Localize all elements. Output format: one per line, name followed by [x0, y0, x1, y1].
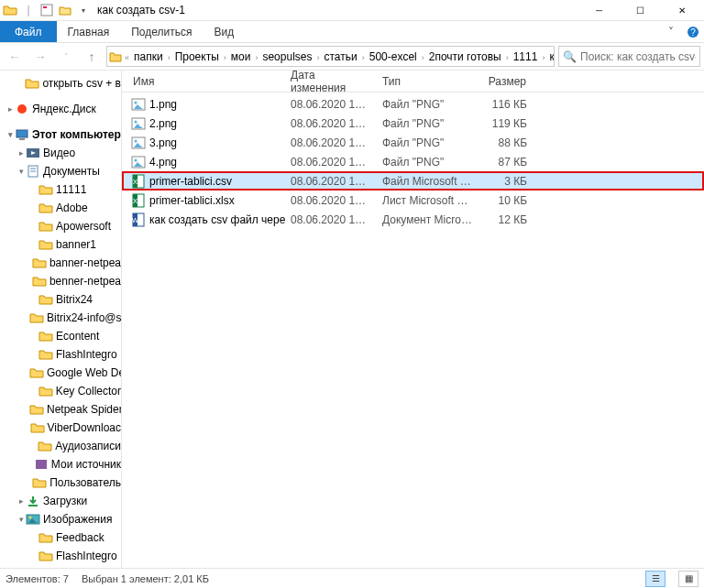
folder-icon [38, 384, 53, 398]
new-folder-icon[interactable] [57, 2, 73, 18]
tree-item[interactable]: Аудиозаписи [0, 437, 121, 455]
word-file-icon: W [131, 212, 146, 227]
tree-item[interactable]: ▾Этот компьютер [0, 125, 121, 144]
tree-item[interactable]: banner1 [0, 235, 121, 254]
tree-item[interactable]: ▸Загрузки [0, 492, 121, 510]
qat-sep: | [20, 2, 37, 18]
expand-icon[interactable]: ▸ [16, 496, 26, 506]
column-date[interactable]: Дата изменения [285, 71, 377, 94]
file-row[interactable]: Xprimer-tablici.csv08.06.2020 18:04Файл … [122, 171, 704, 191]
view-details-button[interactable]: ☰ [645, 571, 666, 587]
tab-view[interactable]: Вид [203, 21, 245, 42]
ribbon-expand-icon[interactable]: ˅ [660, 21, 682, 42]
breadcrumb-segment[interactable]: как создать csv-1 [545, 50, 555, 63]
breadcrumb-segment[interactable]: Проекты [171, 50, 223, 63]
file-list[interactable]: 1.png08.06.2020 17:55Файл "PNG"116 КБ2.p… [122, 93, 704, 568]
tab-home[interactable]: Главная [57, 21, 121, 42]
file-size: 12 КБ [478, 213, 533, 226]
maximize-button[interactable]: ☐ [620, 0, 661, 21]
properties-icon[interactable] [38, 2, 55, 18]
search-box[interactable]: 🔍 [558, 46, 700, 67]
file-date: 08.06.2020 17:55 [285, 117, 377, 130]
tree-item[interactable]: Econtent [0, 327, 121, 345]
breadcrumb-segment[interactable]: 1111 [510, 50, 542, 63]
nav-up-button[interactable]: ↑ [81, 46, 103, 68]
expand-icon[interactable]: ▾ [16, 515, 26, 524]
tree-item[interactable]: Google Web De [0, 364, 121, 382]
file-row[interactable]: Xprimer-tablici.xlsx08.06.2020 17:58Лист… [122, 191, 704, 210]
help-icon[interactable]: ? [682, 21, 704, 42]
view-large-icons-button[interactable]: ▦ [678, 571, 698, 587]
tree-item[interactable]: FlashIntegro [0, 345, 121, 364]
tree-item[interactable]: Пользователь [0, 474, 121, 492]
breadcrumb-segment[interactable]: 2почти готовы [425, 50, 505, 63]
tree-item[interactable]: benner-netpea [0, 272, 121, 290]
close-button[interactable]: ✕ [661, 0, 702, 21]
img-file-icon [131, 136, 146, 150]
folder-icon [29, 402, 44, 417]
breadcrumb-segment[interactable]: мои [227, 50, 255, 63]
tree-item[interactable]: открыть csv + в [0, 74, 121, 93]
file-row[interactable]: 4.png08.06.2020 18:04Файл "PNG"87 КБ [122, 152, 704, 171]
tree-item[interactable]: Netpeak Spider [0, 400, 121, 419]
tree-item[interactable]: ▸Видео [0, 144, 121, 162]
folder-icon [38, 219, 53, 234]
file-row[interactable]: 1.png08.06.2020 17:55Файл "PNG"116 КБ [122, 94, 704, 114]
tree-item[interactable]: Adobe [0, 199, 121, 217]
tree-item[interactable]: 11111 [0, 180, 121, 199]
crumb-sep[interactable]: › [361, 53, 366, 62]
breadcrumb-segment[interactable]: seopulses [258, 50, 315, 63]
tree-item[interactable]: Bitrix24-info@s [0, 309, 121, 327]
column-type[interactable]: Тип [377, 75, 478, 88]
tab-file[interactable]: Файл [0, 21, 57, 42]
column-size[interactable]: Размер [478, 75, 533, 88]
tree-item-label: Google Web De [47, 366, 121, 379]
tree-item-label: открыть csv + в [42, 77, 121, 90]
search-input[interactable] [580, 50, 696, 63]
tree-item[interactable]: Key Collector [0, 382, 121, 400]
nav-recent-dropdown[interactable]: ˅ [55, 46, 77, 68]
tree-item[interactable]: ViberDownloac [0, 419, 121, 437]
file-row[interactable]: Wкак создать csv файл через excel.docx08… [122, 210, 704, 229]
video-icon [26, 146, 40, 160]
breadcrumb-segment[interactable]: папки [130, 50, 167, 63]
address-bar[interactable]: «папки›Проекты›мои›seopulses›статьи›500-… [106, 46, 555, 67]
tree-item[interactable]: ▸Яндекс.Диск [0, 100, 121, 118]
folder-icon [38, 201, 53, 215]
downloads-icon [26, 494, 40, 508]
nav-back-button[interactable]: ← [4, 46, 26, 68]
navigation-pane[interactable]: открыть csv + в▸Яндекс.Диск▾Этот компьют… [0, 71, 122, 568]
qat-dropdown-icon[interactable]: ▾ [75, 2, 92, 18]
tree-item[interactable]: Apowersoft [0, 217, 121, 235]
tree-item[interactable]: banner-netpea [0, 254, 121, 272]
crumb-overflow[interactable]: « [124, 53, 130, 62]
column-name[interactable]: Имя [122, 75, 285, 88]
file-type: Файл "PNG" [377, 156, 478, 169]
breadcrumb-segment[interactable]: статьи [320, 50, 360, 63]
search-icon: 🔍 [563, 50, 577, 63]
expand-icon[interactable]: ▾ [6, 130, 15, 139]
file-type: Документ Micros… [377, 213, 478, 226]
minimize-button[interactable]: ─ [578, 0, 620, 21]
nav-forward-button[interactable]: → [29, 46, 51, 68]
crumb-sep[interactable]: › [421, 53, 425, 62]
expand-icon[interactable]: ▸ [6, 104, 15, 114]
crumb-sep[interactable]: › [167, 53, 171, 62]
file-row[interactable]: 2.png08.06.2020 17:55Файл "PNG"119 КБ [122, 114, 704, 133]
tree-item[interactable]: Feedback [0, 528, 121, 547]
file-row[interactable]: 3.png08.06.2020 18:02Файл "PNG"88 КБ [122, 133, 704, 152]
tree-item[interactable]: ▾Изображения [0, 510, 121, 528]
tab-share[interactable]: Поделиться [120, 21, 203, 42]
folder-icon [2, 2, 18, 18]
status-item-count: Элементов: 7 [6, 573, 69, 584]
tree-item[interactable]: ▾Документы [0, 162, 121, 180]
tree-item[interactable]: Bitrix24 [0, 290, 121, 309]
file-size: 3 КБ [478, 175, 533, 188]
expand-icon[interactable]: ▾ [16, 167, 26, 176]
folder-icon [38, 292, 53, 307]
expand-icon[interactable]: ▸ [16, 148, 26, 158]
tree-item[interactable]: Мои источник [0, 455, 121, 474]
crumb-sep[interactable]: › [505, 53, 510, 62]
tree-item[interactable]: FlashIntegro [0, 547, 121, 565]
breadcrumb-segment[interactable]: 500-excel [366, 50, 421, 63]
